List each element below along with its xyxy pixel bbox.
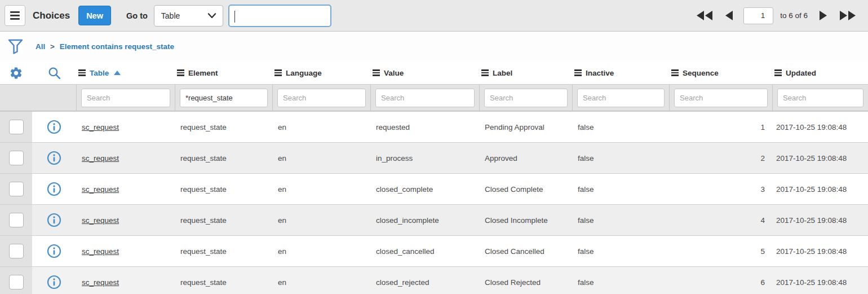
search-row-gutter: [0, 85, 32, 111]
search-input-table[interactable]: [81, 89, 170, 107]
column-menu-icon[interactable]: [774, 69, 782, 76]
next-page-button[interactable]: [813, 11, 833, 20]
search-input-element[interactable]: [180, 89, 268, 107]
row-checkbox[interactable]: [9, 275, 24, 289]
new-record-button[interactable]: New: [78, 6, 111, 25]
breadcrumb-separator: >: [50, 42, 55, 51]
column-header-updated[interactable]: Updated: [772, 69, 868, 77]
column-header-element[interactable]: Element: [175, 69, 272, 77]
column-header-value[interactable]: Value: [370, 69, 479, 77]
list-context-menu-button[interactable]: [5, 5, 25, 26]
cell-element: request_state: [175, 154, 272, 163]
breadcrumb-all-link[interactable]: All: [36, 42, 45, 51]
row-checkbox[interactable]: [9, 120, 24, 134]
cell-inactive: false: [572, 185, 669, 194]
pagination-controls: to 6 of 6: [691, 7, 861, 24]
goto-search-input[interactable]: [228, 5, 331, 27]
cell-updated: 2017-10-25 19:08:48: [772, 185, 868, 194]
cell-inactive: false: [572, 216, 669, 225]
cell-label: Approved: [479, 154, 572, 163]
column-menu-icon[interactable]: [373, 69, 380, 76]
column-menu-icon[interactable]: [274, 69, 282, 76]
column-header-table[interactable]: Table: [76, 69, 175, 77]
last-page-button[interactable]: [833, 11, 861, 20]
search-input-updated[interactable]: [777, 89, 863, 107]
next-page-icon: [819, 11, 827, 20]
info-icon: [47, 275, 61, 289]
filter-icon[interactable]: [8, 38, 23, 55]
cell-value: requested: [370, 123, 479, 131]
cell-inactive: false: [572, 247, 669, 256]
pagination-range-text: to 6 of 6: [780, 11, 808, 20]
page-number-input[interactable]: [743, 7, 773, 24]
row-checkbox[interactable]: [9, 182, 24, 196]
personalize-list-button[interactable]: [0, 66, 32, 80]
cell-inactive: false: [572, 154, 669, 163]
search-icon: [47, 66, 61, 80]
cell-sequence: 2: [669, 154, 772, 163]
list-search-toggle-button[interactable]: [32, 66, 76, 80]
row-checkbox[interactable]: [9, 151, 24, 165]
cell-value: closed_complete: [370, 185, 479, 194]
search-input-sequence[interactable]: [674, 89, 768, 107]
record-preview-button[interactable]: [32, 182, 76, 196]
column-menu-icon[interactable]: [481, 69, 489, 76]
cell-updated: 2017-10-25 19:08:48: [772, 278, 868, 287]
info-icon: [47, 151, 61, 165]
record-preview-button[interactable]: [32, 244, 76, 258]
info-icon: [47, 120, 61, 134]
first-page-icon: [697, 11, 714, 20]
cell-updated: 2017-10-25 19:08:48: [772, 123, 868, 131]
goto-field-select[interactable]: Table: [154, 5, 223, 27]
record-link[interactable]: sc_request: [82, 247, 119, 256]
search-input-inactive[interactable]: [577, 89, 665, 107]
column-menu-icon[interactable]: [78, 69, 86, 76]
record-preview-button[interactable]: [32, 151, 76, 165]
cell-label: Pending Approval: [479, 123, 572, 131]
first-page-button[interactable]: [691, 11, 719, 20]
column-header-label[interactable]: Label: [479, 69, 572, 77]
cell-sequence: 5: [669, 247, 772, 256]
chevron-down-icon: [207, 13, 216, 19]
cell-inactive: false: [572, 278, 669, 287]
table-row: sc_request request_state en requested Pe…: [0, 111, 868, 142]
breadcrumb: All > Element contains request_state: [36, 42, 174, 51]
record-link[interactable]: sc_request: [82, 154, 119, 163]
row-checkbox[interactable]: [9, 244, 24, 258]
search-input-label[interactable]: [484, 89, 568, 107]
cell-element: request_state: [175, 216, 272, 225]
cell-language: en: [272, 216, 370, 225]
info-icon: [47, 182, 61, 196]
search-input-value[interactable]: [375, 89, 475, 107]
table-row: sc_request request_state en closed_compl…: [0, 173, 868, 204]
column-header-language[interactable]: Language: [272, 69, 370, 77]
column-header-sequence[interactable]: Sequence: [669, 69, 772, 77]
cell-updated: 2017-10-25 19:08:48: [772, 216, 868, 225]
previous-page-icon: [725, 11, 733, 20]
record-link[interactable]: sc_request: [82, 185, 119, 194]
record-link[interactable]: sc_request: [82, 278, 119, 287]
record-preview-button[interactable]: [32, 213, 76, 227]
cell-language: en: [272, 185, 370, 194]
column-header-row: Table Element Language Value Label Inact…: [0, 62, 868, 84]
row-checkbox[interactable]: [9, 213, 24, 227]
cell-label: Closed Incomplete: [479, 216, 572, 225]
cell-sequence: 6: [669, 278, 772, 287]
breadcrumb-condition-link[interactable]: Element contains request_state: [60, 42, 174, 51]
cell-label: Closed Cancelled: [479, 247, 572, 256]
record-link[interactable]: sc_request: [82, 216, 119, 225]
list-toolbar: Choices New Go to Table: [0, 0, 868, 32]
search-input-language[interactable]: [277, 89, 366, 107]
record-preview-button[interactable]: [32, 120, 76, 134]
previous-page-button[interactable]: [719, 11, 739, 20]
record-link[interactable]: sc_request: [82, 123, 119, 131]
column-menu-icon[interactable]: [177, 69, 184, 76]
column-menu-icon[interactable]: [574, 69, 582, 76]
column-header-inactive[interactable]: Inactive: [572, 69, 669, 77]
column-menu-icon[interactable]: [671, 69, 679, 76]
sort-ascending-icon: [114, 71, 121, 75]
search-row-gutter: [32, 85, 76, 111]
cell-sequence: 3: [669, 185, 772, 194]
text-cursor: [234, 11, 235, 23]
record-preview-button[interactable]: [32, 275, 76, 289]
